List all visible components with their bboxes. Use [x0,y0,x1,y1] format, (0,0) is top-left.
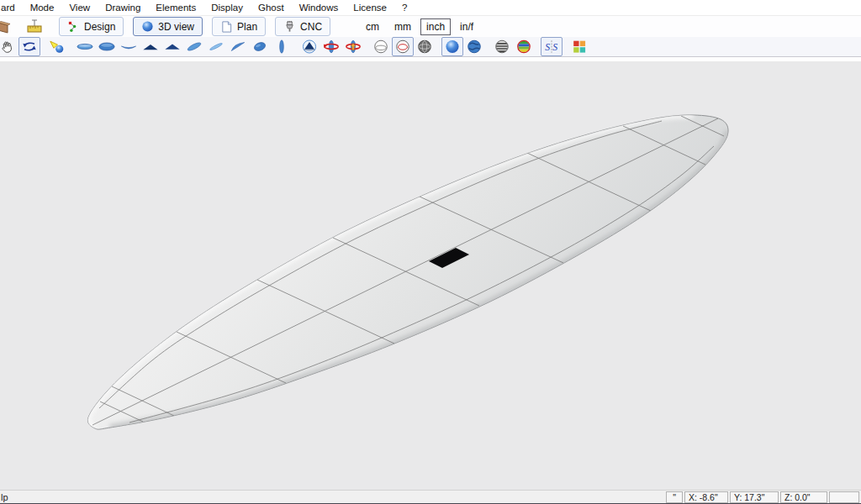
view-side-ellipse-icon[interactable] [271,37,293,56]
color-tiles-icon[interactable] [568,37,590,56]
view-bottom-icon[interactable] [96,37,118,56]
menu-item-license[interactable]: License [346,1,394,14]
menu-item-ghost[interactable]: Ghost [251,1,292,14]
symmetry-icon[interactable]: S S [541,37,563,56]
menu-item-mode[interactable]: Mode [23,1,62,14]
unit-inf[interactable]: in/f [454,18,479,35]
view-perspective-blob-icon[interactable] [249,37,271,56]
status-z-coordinate: Z: 0.0" [780,491,827,503]
view-rocker-icon[interactable] [118,37,140,56]
render-wireframe-red-icon[interactable] [392,37,414,56]
menu-item-windows[interactable]: Windows [292,1,346,14]
view-top-outline-icon[interactable] [74,37,96,56]
view-toolbar: S S [0,37,861,57]
pan-hand-icon[interactable] [0,37,18,56]
view-perspective-wedge-icon[interactable] [227,37,249,56]
rotate-push-icon[interactable] [342,37,364,56]
status-y-coordinate: Y: 17.3" [730,491,779,503]
render-solid-blue-icon[interactable] [441,37,463,56]
file-icon[interactable] [0,18,13,36]
menu-item-drawing[interactable]: Drawing [98,1,148,14]
menu-bar: ard Mode View Drawing Elements Display G… [0,0,861,16]
menu-item-board[interactable]: ard [0,1,23,14]
view-perspective-top-icon[interactable] [183,37,205,56]
menu-item-display[interactable]: Display [203,1,251,14]
view-back-icon[interactable] [161,37,183,56]
ruler-icon[interactable] [25,18,44,36]
board-mesh [92,116,724,425]
status-x-coordinate: X: -8.6" [684,491,728,503]
viewport-3d[interactable] [0,61,861,490]
board-outline [87,115,728,429]
status-help-text: lp [1,492,8,502]
status-unit-panel: " [666,491,683,503]
unit-inch[interactable]: inch [420,18,451,35]
view-perspective-flat-icon[interactable] [205,37,227,56]
status-bar: lp " X: -8.6" Y: 17.3" Z: 0.0" [0,490,861,504]
board-stringer-line [92,118,718,425]
design-button[interactable]: Design [59,17,124,36]
3d-view-button[interactable]: 3D view [133,17,203,36]
cnc-button[interactable]: CNC [275,17,330,36]
rotate-axis-icon[interactable] [320,37,342,56]
blue-sphere-icon [141,20,154,33]
plan-button[interactable]: Plan [212,17,266,36]
render-wireframe-light-icon[interactable] [370,37,392,56]
view-front-icon[interactable] [140,37,161,56]
rotate-3d-icon[interactable] [18,37,40,56]
zoom-light-icon[interactable] [46,37,68,56]
menu-item-view[interactable]: View [61,1,98,14]
cnc-head-icon [283,20,296,33]
control-points-icon [67,20,80,33]
page-icon [220,20,233,33]
menu-item-help[interactable]: ? [394,1,415,14]
main-toolbar: Design 3D view Plan CNC cm [0,16,861,37]
status-empty-panel [829,491,859,503]
unit-switcher: cm mm inch in/f [358,18,481,35]
svg-text:S: S [552,41,557,53]
svg-text:S: S [545,41,550,53]
unit-cm[interactable]: cm [360,18,385,35]
render-wireframe-dark-icon[interactable] [414,37,436,56]
board-svg [0,61,861,490]
sphere-fin-icon[interactable] [298,37,320,56]
menu-item-elements[interactable]: Elements [148,1,203,14]
status-coordinates: " X: -8.6" Y: 17.3" Z: 0.0" [666,491,861,503]
render-stripes-gray-icon[interactable] [491,37,513,56]
render-stripes-color-icon[interactable] [513,37,535,56]
render-textured-icon[interactable] [463,37,485,56]
unit-mm[interactable]: mm [388,18,417,35]
main-toolbar-buttons: Design 3D view Plan CNC [59,17,340,36]
